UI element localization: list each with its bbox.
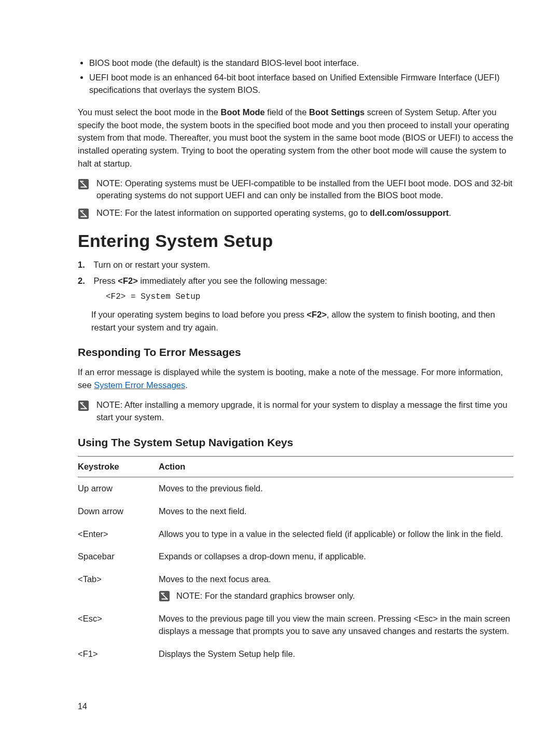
- bullet-bios: BIOS boot mode (the default) is the stan…: [89, 57, 513, 70]
- cell-action: Moves to the previous field.: [159, 477, 513, 500]
- heading-entering-system-setup: Entering System Setup: [78, 231, 513, 251]
- step-pre: Press: [94, 276, 118, 285]
- note-icon: [159, 590, 170, 602]
- note-pre: For the latest information on supported …: [125, 208, 370, 217]
- note-ossupport: NOTE: For the latest information on supp…: [78, 207, 513, 219]
- note-post: .: [449, 208, 452, 217]
- note-body: For the standard graphics browser only.: [205, 591, 355, 600]
- text: field of the: [265, 107, 309, 117]
- step-post: immediately after you see the following …: [138, 276, 327, 285]
- table-row: <Enter> Allows you to type in a value in…: [78, 523, 513, 546]
- heading-nav-keys: Using The System Setup Navigation Keys: [78, 436, 513, 449]
- note-text: NOTE: After installing a memory upgrade,…: [96, 399, 513, 424]
- note-icon: [78, 400, 89, 411]
- nav-keys-table: Keystroke Action Up arrow Moves to the p…: [78, 456, 513, 666]
- note-icon: [78, 208, 89, 219]
- table-row: Down arrow Moves to the next field.: [78, 500, 513, 523]
- step-1: 1. Turn on or restart your system.: [91, 258, 513, 271]
- table-row: <Tab> Moves to the next focus area. NOTE…: [78, 568, 513, 608]
- note-body: After installing a memory upgrade, it is…: [96, 400, 507, 422]
- err-post: .: [185, 380, 188, 390]
- tab-action-text: Moves to the next focus area.: [159, 574, 271, 584]
- cell-action: Expands or collapses a drop-down menu, i…: [159, 545, 513, 568]
- cell-key: Down arrow: [78, 500, 159, 523]
- heading-responding-error: Responding To Error Messages: [78, 346, 513, 359]
- step-2: 2. Press <F2> immediately after you see …: [91, 274, 513, 334]
- note-label: NOTE:: [96, 400, 124, 409]
- step-sub: If your operating system begins to load …: [91, 308, 513, 334]
- error-paragraph: If an error message is displayed while t…: [78, 366, 513, 392]
- sub-pre: If your operating system begins to load …: [91, 310, 306, 319]
- table-row: <Esc> Moves to the previous page till yo…: [78, 608, 513, 643]
- boot-mode-term: Boot Mode: [220, 107, 264, 117]
- col-keystroke: Keystroke: [78, 456, 159, 477]
- note-text: NOTE: Operating systems must be UEFI-com…: [96, 177, 513, 202]
- cell-action: Moves to the next field.: [159, 500, 513, 523]
- cell-key: <Enter>: [78, 523, 159, 546]
- note-memory-upgrade: NOTE: After installing a memory upgrade,…: [78, 399, 513, 424]
- table-row: Up arrow Moves to the previous field.: [78, 477, 513, 500]
- cell-action: Moves to the previous page till you view…: [159, 608, 513, 643]
- cell-action: Allows you to type in a value in the sel…: [159, 523, 513, 546]
- tab-note: NOTE: For the standard graphics browser …: [159, 590, 510, 602]
- cell-action: Moves to the next focus area. NOTE: For …: [159, 568, 513, 608]
- boot-mode-bullets: BIOS boot mode (the default) is the stan…: [78, 57, 513, 97]
- cell-action: Displays the System Setup help file.: [159, 643, 513, 666]
- boot-settings-term: Boot Settings: [309, 107, 365, 117]
- note-label: NOTE:: [96, 208, 125, 217]
- cell-key: <Esc>: [78, 608, 159, 643]
- cell-key: <F1>: [78, 643, 159, 666]
- note-label: NOTE:: [96, 178, 125, 188]
- table-row: <F1> Displays the System Setup help file…: [78, 643, 513, 666]
- note-label: NOTE:: [176, 591, 205, 600]
- boot-mode-paragraph: You must select the boot mode in the Boo…: [78, 106, 513, 170]
- note-uefi-compat: NOTE: Operating systems must be UEFI-com…: [78, 177, 513, 202]
- step-key: <F2>: [118, 276, 138, 285]
- page-number: 14: [78, 702, 513, 711]
- note-text: NOTE: For the latest information on supp…: [96, 207, 451, 219]
- col-action: Action: [159, 456, 513, 477]
- steps-list: 1. Turn on or restart your system. 2. Pr…: [78, 258, 513, 334]
- tab-note-text: NOTE: For the standard graphics browser …: [176, 590, 355, 602]
- step-text: Turn on or restart your system.: [93, 260, 210, 269]
- table-row: Spacebar Expands or collapses a drop-dow…: [78, 545, 513, 568]
- note-icon: [78, 178, 89, 190]
- cell-key: Spacebar: [78, 545, 159, 568]
- note-link-text: dell.com/ossupport: [370, 208, 449, 217]
- cell-key: Up arrow: [78, 477, 159, 500]
- cell-key: <Tab>: [78, 568, 159, 608]
- text: You must select the boot mode in the: [78, 107, 220, 117]
- system-error-messages-link[interactable]: System Error Messages: [94, 380, 185, 390]
- note-body: Operating systems must be UEFI-compatibl…: [96, 178, 512, 200]
- sub-key: <F2>: [306, 310, 327, 319]
- bullet-uefi: UEFI boot mode is an enhanced 64-bit boo…: [89, 72, 513, 97]
- step-mono: <F2> = System Setup: [106, 291, 513, 303]
